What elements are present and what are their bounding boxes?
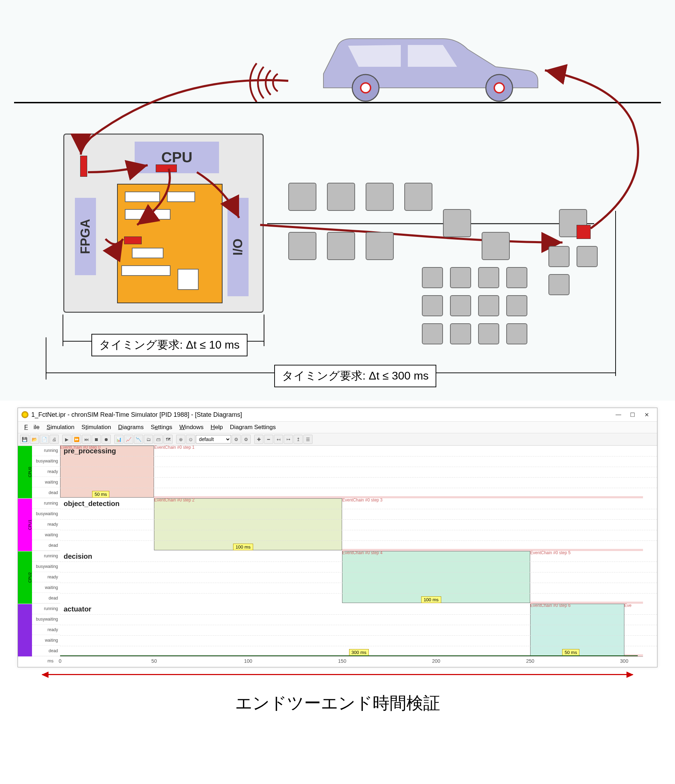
timing-requirement-10ms: タイミング要求: Δt ≤ 10 ms <box>91 334 248 356</box>
event-chain-label: EventChain #0 step 6 <box>530 603 571 608</box>
time-tick: 300 <box>620 658 628 664</box>
tb-play-icon[interactable]: ▶ <box>62 435 72 444</box>
menu-help[interactable]: Help <box>208 423 226 431</box>
menu-windows[interactable]: Windows <box>176 423 206 431</box>
duration-badge: 100 ms <box>421 596 441 603</box>
tb-save-icon[interactable]: 💾 <box>20 435 29 444</box>
cpu-label-2: CPU2 <box>18 551 32 604</box>
time-tick: 100 <box>244 658 252 664</box>
app-icon <box>22 411 28 418</box>
task-running-block <box>530 604 624 656</box>
menu-file[interactable]: File <box>22 423 42 431</box>
maximize-button[interactable]: ☐ <box>625 410 639 419</box>
task-name-label: pre_processing <box>64 447 116 455</box>
tb-cfg2-icon[interactable]: ⚙ <box>242 435 251 444</box>
cpu-strip: CPU0 CPU1 CPU2 CPU3 <box>18 446 32 656</box>
menu-diagram-settings[interactable]: Diagram Settings <box>227 423 278 431</box>
tb-chart1-icon[interactable]: 📊 <box>114 435 123 444</box>
tb-right-icon[interactable]: ↦ <box>284 435 293 444</box>
time-unit-label: ms <box>47 658 53 663</box>
cpu-label: CPU <box>135 142 219 173</box>
task-running-block <box>342 551 530 603</box>
state-diagram-chart[interactable]: CPU0 CPU1 CPU2 CPU3 running busywaiting … <box>18 446 657 656</box>
event-chain-label: EventChain #0 step 2 <box>154 498 195 502</box>
event-chain-label: Eve <box>624 603 632 608</box>
tb-print-icon[interactable]: 🖨 <box>50 435 59 444</box>
svg-point-1 <box>361 83 371 93</box>
event-chain-label: EventChain #0 step 1 <box>154 445 195 450</box>
time-tick: 200 <box>432 658 440 664</box>
tb-skip-icon[interactable]: ⏭ <box>82 435 91 444</box>
tb-chart4-icon[interactable]: 🗂 <box>144 435 153 444</box>
io-label: I/O <box>228 198 249 296</box>
menu-stimulation[interactable]: Stimulation <box>79 423 114 431</box>
close-button[interactable]: ✕ <box>639 410 653 419</box>
cpu-label-3: CPU3 <box>18 604 32 656</box>
event-chain-label: EventChain #0 step 3 <box>342 498 382 502</box>
tb-left-icon[interactable]: ↤ <box>274 435 283 444</box>
ecu-device-box: FPGA CPU I/O <box>63 134 263 313</box>
radar-waves-icon <box>225 46 295 102</box>
bottom-caption: エンドツーエンド時間検証 <box>0 692 675 714</box>
tb-record-icon[interactable]: ⏺ <box>101 435 111 444</box>
tb-chart6-icon[interactable]: 🗺 <box>164 435 173 444</box>
chronsim-window: 1_FctNet.ipr - chronSIM Real-Time Simula… <box>17 408 658 667</box>
event-chain-label: EventChain #0 step 4 <box>342 550 382 555</box>
timing-requirement-300ms: タイミング要求: Δt ≤ 300 ms <box>274 365 436 387</box>
end-to-end-arrow <box>42 671 633 678</box>
tb-stop-icon[interactable]: ⏹ <box>92 435 101 444</box>
tb-remove-icon[interactable]: ━ <box>264 435 273 444</box>
minimize-button[interactable]: — <box>611 410 625 419</box>
timeline-grid[interactable]: pre_processingEventChain #0 step 0EventC… <box>60 446 657 656</box>
car-illustration <box>309 21 549 102</box>
tb-chart3-icon[interactable]: 📉 <box>134 435 143 444</box>
svg-point-3 <box>494 83 504 93</box>
window-title: 1_FctNet.ipr - chronSIM Real-Time Simula… <box>31 411 242 418</box>
system-diagram: FPGA CPU I/O <box>0 0 675 401</box>
total-duration-badge: 300 ms <box>349 649 369 656</box>
cpu-label-1: CPU1 <box>18 498 32 551</box>
menu-simulation[interactable]: Simulation <box>44 423 77 431</box>
task-name-label: object_detection <box>64 500 120 508</box>
tb-list-icon[interactable]: ☰ <box>303 435 313 444</box>
menu-settings[interactable]: Settings <box>148 423 175 431</box>
menu-diagrams[interactable]: Diagrams <box>115 423 147 431</box>
cpu-label-0: CPU0 <box>18 446 32 498</box>
duration-badge: 50 ms <box>92 491 109 498</box>
tb-zoom-icon[interactable]: ⊕ <box>176 435 185 444</box>
tb-ff-icon[interactable]: ⏩ <box>72 435 81 444</box>
time-axis: ms 050100150200250300 <box>60 656 643 667</box>
tb-up-icon[interactable]: ↥ <box>293 435 303 444</box>
road-line <box>14 102 661 103</box>
toolbar-view-select[interactable]: default <box>196 435 231 443</box>
tb-open-icon[interactable]: 📂 <box>30 435 39 444</box>
task-row: actuatorEventChain #0 step 6Eve50 ms <box>60 604 643 656</box>
event-chain-label: EventChain #0 step 5 <box>530 550 571 555</box>
menubar: File Simulation Stimulation Diagrams Set… <box>18 422 657 433</box>
toolbar: 💾 📂 📄 🖨 ▶ ⏩ ⏭ ⏹ ⏺ 📊 📈 📉 🗂 🗃 🗺 ⊕ ⊙ defaul… <box>18 433 657 446</box>
task-running-block <box>154 498 342 550</box>
tb-add-icon[interactable]: ✚ <box>254 435 263 444</box>
time-tick: 0 <box>59 658 62 664</box>
task-name-label: decision <box>64 552 92 560</box>
fpga-label: FPGA <box>75 198 96 275</box>
time-tick: 250 <box>526 658 534 664</box>
time-tick: 50 <box>151 658 157 664</box>
tb-target-icon[interactable]: ⊙ <box>186 435 195 444</box>
tb-doc-icon[interactable]: 📄 <box>40 435 49 444</box>
duration-badge: 50 ms <box>562 649 579 656</box>
task-row: decisionEventChain #0 step 4EventChain #… <box>60 551 643 604</box>
state-labels-column: running busywaiting ready waiting dead r… <box>32 446 60 656</box>
time-tick: 150 <box>338 658 346 664</box>
tb-cfg1-icon[interactable]: ⚙ <box>232 435 241 444</box>
duration-badge: 100 ms <box>233 544 253 550</box>
task-row: pre_processingEventChain #0 step 0EventC… <box>60 446 643 498</box>
window-titlebar[interactable]: 1_FctNet.ipr - chronSIM Real-Time Simula… <box>18 408 657 422</box>
tb-chart2-icon[interactable]: 📈 <box>124 435 133 444</box>
tb-chart5-icon[interactable]: 🗃 <box>154 435 163 444</box>
task-name-label: actuator <box>64 605 91 613</box>
task-row: object_detectionEventChain #0 step 2Even… <box>60 498 643 551</box>
total-baseline <box>60 655 638 656</box>
